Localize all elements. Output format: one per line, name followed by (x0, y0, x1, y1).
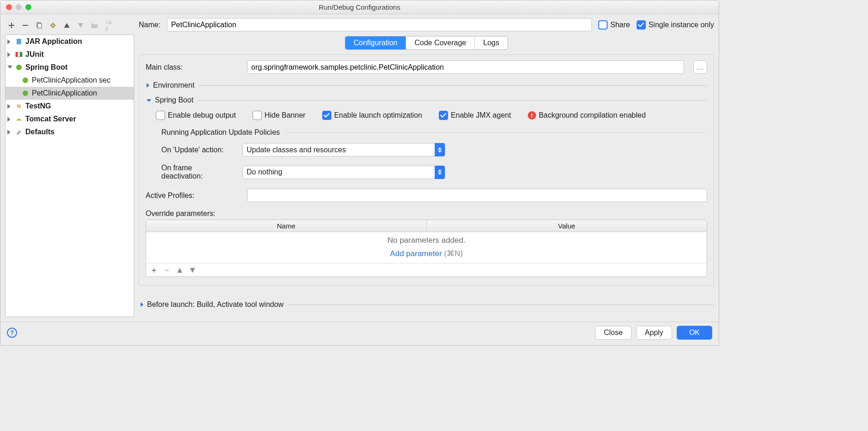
main-panel: Name: Share Single instance only Configu… (139, 18, 714, 317)
share-checkbox[interactable]: Share (598, 20, 630, 30)
edit-defaults-button[interactable] (47, 20, 59, 31)
tree-junit[interactable]: JUnit (6, 48, 134, 61)
run-debug-dialog: Run/Debug Configurations ↓az JAR Applica… (0, 0, 719, 346)
hide-banner-checkbox[interactable]: Hide Banner (253, 111, 306, 120)
chevron-down-icon (147, 99, 151, 102)
main-class-input[interactable] (247, 60, 684, 74)
checkbox-icon (156, 111, 165, 120)
svg-marker-4 (78, 23, 83, 28)
chevron-right-icon (141, 302, 143, 307)
move-row-down-button: ▼ (189, 265, 197, 275)
col-value: Value (427, 220, 707, 232)
active-profiles-label: Active Profiles: (146, 192, 238, 200)
checkbox-icon (598, 20, 608, 30)
svg-point-2 (52, 24, 54, 27)
remove-config-button[interactable] (20, 20, 31, 31)
tree-testng[interactable]: N TestNG (6, 100, 134, 113)
tree-petclinic-sec[interactable]: PetClinicApplication sec (6, 74, 134, 87)
tree-jar-application[interactable]: JAR Application (6, 35, 134, 48)
apply-button[interactable]: Apply (636, 326, 672, 340)
chevron-right-icon (7, 52, 12, 57)
svg-rect-7 (16, 52, 18, 57)
before-launch-section[interactable]: Before launch: Build, Activate tool wind… (140, 300, 714, 309)
no-params-label: No parameters added. (146, 232, 707, 247)
jar-icon (15, 37, 23, 46)
chevron-right-icon (7, 39, 12, 44)
folder-button[interactable] (89, 20, 100, 31)
sidebar-toolbar: ↓az (5, 18, 134, 35)
dialog-footer: ? Close Apply OK (0, 322, 719, 345)
spring-boot-icon (21, 89, 30, 97)
checkbox-icon (322, 111, 331, 120)
svg-point-9 (16, 65, 22, 70)
copy-config-button[interactable] (34, 20, 45, 31)
ok-button[interactable]: OK (677, 326, 712, 340)
close-button[interactable]: Close (595, 326, 632, 340)
add-parameter-shortcut: (⌘N) (444, 249, 463, 258)
tab-code-coverage[interactable]: Code Coverage (406, 36, 475, 49)
svg-point-10 (23, 78, 28, 83)
help-button[interactable]: ? (7, 328, 17, 338)
sidebar: ↓az JAR Application JUnit Spring Boot (5, 18, 134, 317)
tomcat-icon (15, 115, 23, 123)
move-down-button[interactable] (75, 20, 86, 31)
chevron-right-icon (7, 104, 12, 109)
name-label: Name: (139, 21, 160, 29)
chevron-right-icon (7, 117, 12, 122)
svg-rect-5 (17, 39, 21, 44)
checkbox-icon (637, 20, 646, 30)
browse-main-class-button[interactable]: ... (693, 60, 707, 74)
dropdown-icon (435, 166, 445, 179)
spring-boot-icon (21, 76, 30, 84)
maximize-window-icon[interactable] (25, 4, 31, 10)
spring-boot-section[interactable]: Spring Boot (146, 96, 707, 104)
tabs: Configuration Code Coverage Logs (345, 36, 508, 50)
on-update-select[interactable]: Update classes and resources (242, 143, 445, 156)
config-tree[interactable]: JAR Application JUnit Spring Boot PetCli… (5, 35, 134, 317)
on-frame-select[interactable]: Do nothing (242, 166, 445, 179)
active-profiles-input[interactable] (247, 189, 707, 202)
col-name: Name (146, 220, 427, 232)
move-row-up-button: ▲ (176, 265, 184, 275)
single-instance-checkbox[interactable]: Single instance only (637, 20, 714, 30)
environment-section[interactable]: Environment (146, 81, 707, 90)
main-class-label: Main class: (146, 63, 238, 72)
add-config-button[interactable] (6, 20, 17, 31)
configuration-panel: Main class: ... Environment Spring Boot (139, 54, 714, 286)
launch-optimization-checkbox[interactable]: Enable launch optimization (322, 111, 422, 120)
update-policies-header: Running Application Update Policies (146, 128, 707, 137)
chevron-right-icon (147, 83, 149, 88)
override-params-label: Override parameters: (146, 210, 707, 218)
tab-configuration[interactable]: Configuration (345, 36, 406, 49)
enable-debug-checkbox[interactable]: Enable debug output (156, 111, 236, 120)
remove-row-button: － (163, 264, 171, 275)
tree-tomcat[interactable]: Tomcat Server (6, 113, 134, 126)
move-up-button[interactable] (61, 20, 72, 31)
svg-rect-8 (20, 52, 22, 57)
tab-logs[interactable]: Logs (475, 36, 508, 49)
minimize-window-icon (16, 4, 22, 10)
tree-petclinic[interactable]: PetClinicApplication (6, 87, 134, 100)
svg-point-11 (23, 90, 28, 96)
add-row-button[interactable]: ＋ (150, 264, 158, 275)
testng-icon: N (15, 102, 23, 110)
bg-compilation-warning: ! Background compilation enabled (528, 111, 646, 120)
override-params-table: Name Value No parameters added. Add para… (146, 220, 707, 277)
chevron-down-icon (7, 66, 12, 71)
sort-button[interactable]: ↓az (103, 20, 114, 31)
name-input[interactable] (167, 18, 592, 31)
svg-rect-1 (38, 24, 41, 28)
junit-icon (15, 50, 23, 59)
dropdown-icon (435, 143, 445, 156)
tree-spring-boot[interactable]: Spring Boot (6, 61, 134, 74)
on-frame-label: On frame deactivation: (146, 164, 233, 180)
close-window-icon[interactable] (6, 4, 12, 10)
traffic-lights (0, 4, 31, 10)
tree-defaults[interactable]: Defaults (6, 126, 134, 138)
enable-jmx-checkbox[interactable]: Enable JMX agent (439, 111, 511, 120)
on-update-label: On 'Update' action: (146, 146, 233, 154)
add-param-row: Add parameter (⌘N) (146, 247, 707, 263)
window-title: Run/Debug Configurations (0, 3, 719, 11)
add-parameter-link[interactable]: Add parameter (390, 249, 442, 258)
checkbox-icon (253, 111, 262, 120)
